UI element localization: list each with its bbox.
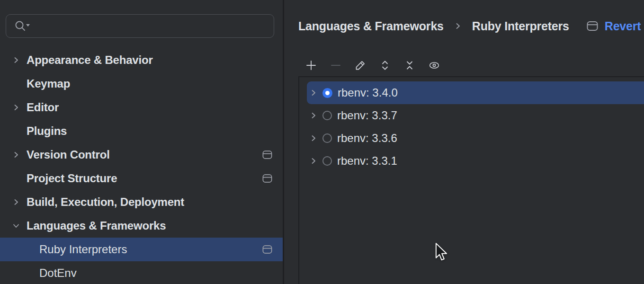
plus-icon xyxy=(305,59,317,71)
interpreters-list: rbenv: 3.4.0 rbenv: 3.3.7 rbenv: 3.3.6 r… xyxy=(298,76,644,284)
sidebar-item-label: Version Control xyxy=(27,148,110,161)
sidebar-item-build-execution-deployment[interactable]: Build, Execution, Deployment xyxy=(0,190,283,214)
project-level-icon xyxy=(262,174,272,183)
interpreter-label: rbenv: 3.4.0 xyxy=(338,86,398,99)
add-interpreter-button[interactable] xyxy=(305,59,317,71)
settings-window: Appearance & Behavior Keymap Editor Plug… xyxy=(0,0,644,284)
sidebar-item-label: Languages & Frameworks xyxy=(27,219,166,232)
breadcrumb: Languages & Frameworks Ruby Interpreters… xyxy=(298,19,641,33)
sidebar-item-label: DotEnv xyxy=(39,266,77,280)
sidebar-item-label: Ruby Interpreters xyxy=(39,243,127,256)
project-level-icon xyxy=(587,21,598,31)
edit-interpreter-button[interactable] xyxy=(354,59,367,71)
interpreter-label: rbenv: 3.3.6 xyxy=(337,132,397,145)
collapse-all-button[interactable] xyxy=(403,59,416,71)
sidebar-splitter[interactable] xyxy=(283,0,284,284)
chevron-placeholder[interactable] xyxy=(12,127,20,135)
sidebar-item-plugins[interactable]: Plugins xyxy=(0,119,283,143)
breadcrumb-ruby-interpreters[interactable]: Ruby Interpreters xyxy=(472,19,569,33)
sidebar-item-editor[interactable]: Editor xyxy=(0,96,283,119)
breadcrumb-languages-frameworks[interactable]: Languages & Frameworks xyxy=(298,19,444,33)
sidebar-item-ruby-interpreters[interactable]: Ruby Interpreters xyxy=(0,238,283,261)
chevron-placeholder[interactable] xyxy=(12,175,20,182)
sidebar-item-project-structure[interactable]: Project Structure xyxy=(0,167,283,190)
sidebar-item-appearance-behavior[interactable]: Appearance & Behavior xyxy=(0,48,283,72)
chevron-icon[interactable] xyxy=(310,134,317,142)
sidebar-item-label: Appearance & Behavior xyxy=(27,53,153,67)
chevron-right-icon[interactable] xyxy=(12,151,20,159)
chevron-icon[interactable] xyxy=(310,157,317,165)
chevron-placeholder[interactable] xyxy=(12,246,20,253)
radio-button[interactable] xyxy=(322,88,332,98)
interpreter-row-rbenv-3-3-7[interactable]: rbenv: 3.3.7 xyxy=(307,104,644,127)
sidebar-item-label: Project Structure xyxy=(27,172,117,185)
expand-all-button[interactable] xyxy=(379,59,391,71)
chevron-down-icon[interactable] xyxy=(12,222,20,230)
expand-all-icon xyxy=(379,59,391,71)
search-history-caret-icon xyxy=(26,24,30,27)
interpreter-label: rbenv: 3.3.1 xyxy=(337,154,397,168)
chevron-placeholder[interactable] xyxy=(12,80,20,88)
settings-search-input[interactable] xyxy=(6,14,274,38)
chevron-placeholder[interactable] xyxy=(12,269,20,277)
interpreters-toolbar xyxy=(305,59,440,71)
interpreter-row-rbenv-3-3-1[interactable]: rbenv: 3.3.1 xyxy=(307,150,644,172)
revert-link[interactable]: Revert xyxy=(605,19,641,33)
search-icon xyxy=(14,20,32,32)
sidebar-item-languages-frameworks[interactable]: Languages & Frameworks xyxy=(0,214,283,238)
sidebar-item-keymap[interactable]: Keymap xyxy=(0,72,283,96)
interpreter-label: rbenv: 3.3.7 xyxy=(337,109,397,122)
interpreter-row-rbenv-3-4-0[interactable]: rbenv: 3.4.0 xyxy=(307,81,644,104)
sidebar-item-dotenv[interactable]: DotEnv xyxy=(0,261,283,284)
sidebar-item-label: Build, Execution, Deployment xyxy=(27,195,184,209)
pencil-icon xyxy=(354,59,367,71)
chevron-right-icon[interactable] xyxy=(12,104,20,111)
remove-interpreter-button[interactable] xyxy=(330,59,342,71)
collapse-all-icon xyxy=(403,59,416,71)
radio-button[interactable] xyxy=(322,111,332,120)
sidebar-item-label: Editor xyxy=(27,101,59,114)
minus-icon xyxy=(330,59,342,71)
settings-tree: Appearance & Behavior Keymap Editor Plug… xyxy=(0,48,283,284)
chevron-right-icon[interactable] xyxy=(12,56,20,64)
show-hidden-button[interactable] xyxy=(428,59,440,71)
sidebar-item-label: Plugins xyxy=(27,124,67,138)
project-level-icon xyxy=(262,245,272,254)
interpreter-row-rbenv-3-3-6[interactable]: rbenv: 3.3.6 xyxy=(307,127,644,150)
radio-button[interactable] xyxy=(322,133,332,143)
chevron-icon[interactable] xyxy=(310,89,317,97)
sidebar-item-label: Keymap xyxy=(27,77,70,90)
sidebar-item-version-control[interactable]: Version Control xyxy=(0,143,283,167)
chevron-icon[interactable] xyxy=(310,112,317,119)
project-level-icon xyxy=(262,151,272,160)
settings-sidebar: Appearance & Behavior Keymap Editor Plug… xyxy=(0,0,283,284)
chevron-right-icon xyxy=(454,22,462,30)
eye-icon xyxy=(428,59,440,71)
chevron-right-icon[interactable] xyxy=(12,198,20,206)
radio-button[interactable] xyxy=(322,156,332,166)
